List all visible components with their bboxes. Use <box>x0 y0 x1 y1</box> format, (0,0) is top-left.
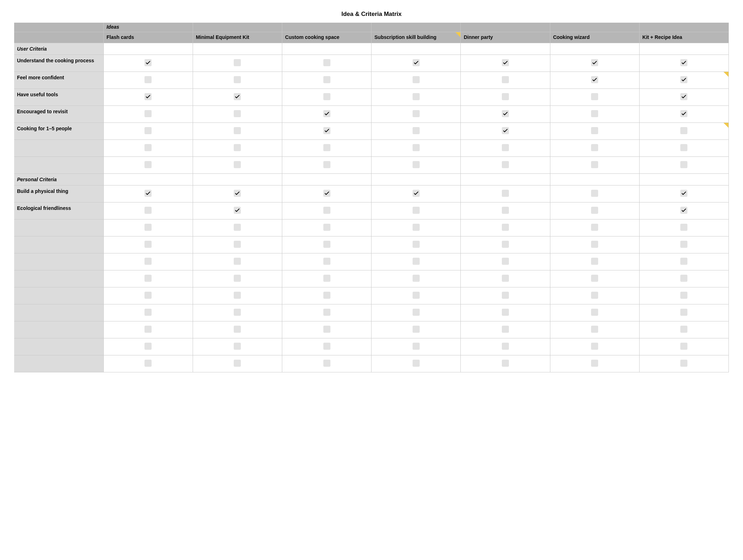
checkbox[interactable] <box>413 258 420 265</box>
checkbox[interactable] <box>323 190 330 197</box>
checkbox[interactable] <box>413 127 420 134</box>
checkbox[interactable] <box>144 258 152 265</box>
checkbox[interactable] <box>234 59 241 66</box>
checkbox[interactable] <box>144 161 152 168</box>
checkbox[interactable] <box>413 76 420 83</box>
checkbox[interactable] <box>144 360 152 367</box>
checkbox[interactable] <box>413 93 420 100</box>
checkbox[interactable] <box>234 360 241 367</box>
checkbox[interactable] <box>323 275 330 282</box>
checkbox[interactable] <box>413 343 420 350</box>
checkbox[interactable] <box>502 93 509 100</box>
comment-flag-icon[interactable] <box>724 123 728 128</box>
checkbox[interactable] <box>680 360 687 367</box>
checkbox[interactable] <box>680 207 687 214</box>
checkbox[interactable] <box>144 59 152 66</box>
checkbox[interactable] <box>502 343 509 350</box>
comment-flag-icon[interactable] <box>455 32 460 37</box>
checkbox[interactable] <box>144 343 152 350</box>
checkbox[interactable] <box>680 76 687 83</box>
checkbox[interactable] <box>323 93 330 100</box>
checkbox[interactable] <box>323 59 330 66</box>
checkbox[interactable] <box>680 144 687 151</box>
checkbox[interactable] <box>502 258 509 265</box>
checkbox[interactable] <box>234 309 241 316</box>
checkbox[interactable] <box>413 275 420 282</box>
checkbox[interactable] <box>144 292 152 299</box>
checkbox[interactable] <box>591 241 598 248</box>
checkbox[interactable] <box>591 93 598 100</box>
checkbox[interactable] <box>234 241 241 248</box>
checkbox[interactable] <box>323 144 330 151</box>
checkbox[interactable] <box>234 275 241 282</box>
checkbox[interactable] <box>413 59 420 66</box>
checkbox[interactable] <box>413 144 420 151</box>
checkbox[interactable] <box>323 110 330 117</box>
checkbox[interactable] <box>591 360 598 367</box>
checkbox[interactable] <box>591 258 598 265</box>
checkbox[interactable] <box>591 207 598 214</box>
checkbox[interactable] <box>323 309 330 316</box>
checkbox[interactable] <box>234 326 241 333</box>
checkbox[interactable] <box>144 93 152 100</box>
checkbox[interactable] <box>234 292 241 299</box>
checkbox[interactable] <box>502 76 509 83</box>
checkbox[interactable] <box>323 207 330 214</box>
checkbox[interactable] <box>502 275 509 282</box>
checkbox[interactable] <box>680 309 687 316</box>
checkbox[interactable] <box>413 360 420 367</box>
checkbox[interactable] <box>323 161 330 168</box>
checkbox[interactable] <box>144 241 152 248</box>
checkbox[interactable] <box>591 161 598 168</box>
checkbox[interactable] <box>413 190 420 197</box>
checkbox[interactable] <box>413 207 420 214</box>
checkbox[interactable] <box>234 258 241 265</box>
checkbox[interactable] <box>413 161 420 168</box>
checkbox[interactable] <box>502 144 509 151</box>
checkbox[interactable] <box>502 241 509 248</box>
checkbox[interactable] <box>680 127 687 134</box>
checkbox[interactable] <box>502 224 509 231</box>
checkbox[interactable] <box>144 275 152 282</box>
checkbox[interactable] <box>413 224 420 231</box>
checkbox[interactable] <box>144 76 152 83</box>
checkbox[interactable] <box>591 59 598 66</box>
checkbox[interactable] <box>413 292 420 299</box>
checkbox[interactable] <box>144 110 152 117</box>
checkbox[interactable] <box>680 258 687 265</box>
checkbox[interactable] <box>680 241 687 248</box>
checkbox[interactable] <box>323 127 330 134</box>
checkbox[interactable] <box>413 110 420 117</box>
checkbox[interactable] <box>144 326 152 333</box>
checkbox[interactable] <box>234 161 241 168</box>
checkbox[interactable] <box>502 127 509 134</box>
checkbox[interactable] <box>413 309 420 316</box>
checkbox[interactable] <box>680 110 687 117</box>
checkbox[interactable] <box>591 275 598 282</box>
checkbox[interactable] <box>591 76 598 83</box>
checkbox[interactable] <box>144 127 152 134</box>
checkbox[interactable] <box>591 110 598 117</box>
checkbox[interactable] <box>144 224 152 231</box>
checkbox[interactable] <box>413 326 420 333</box>
checkbox[interactable] <box>591 343 598 350</box>
checkbox[interactable] <box>323 343 330 350</box>
checkbox[interactable] <box>234 76 241 83</box>
comment-flag-icon[interactable] <box>724 72 728 77</box>
checkbox[interactable] <box>144 207 152 214</box>
checkbox[interactable] <box>323 292 330 299</box>
checkbox[interactable] <box>502 309 509 316</box>
checkbox[interactable] <box>502 292 509 299</box>
checkbox[interactable] <box>413 241 420 248</box>
checkbox[interactable] <box>502 326 509 333</box>
checkbox[interactable] <box>234 343 241 350</box>
checkbox[interactable] <box>502 59 509 66</box>
checkbox[interactable] <box>591 326 598 333</box>
checkbox[interactable] <box>323 224 330 231</box>
checkbox[interactable] <box>234 224 241 231</box>
checkbox[interactable] <box>680 292 687 299</box>
checkbox[interactable] <box>144 309 152 316</box>
checkbox[interactable] <box>502 190 509 197</box>
checkbox[interactable] <box>680 326 687 333</box>
checkbox[interactable] <box>502 207 509 214</box>
